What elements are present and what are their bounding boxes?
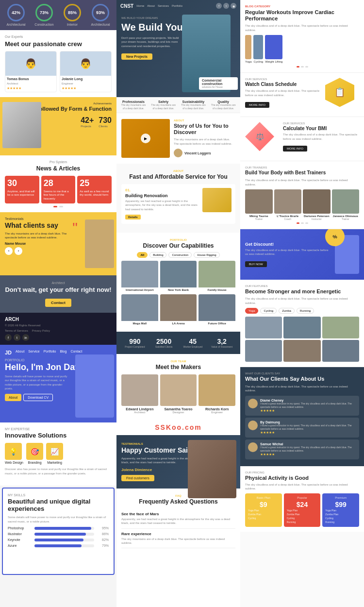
jd-nav-service[interactable]: Service [28, 350, 39, 355]
maker-role-1: Architect [121, 411, 158, 414]
workout-desc: The sky cloudless and of a deep dark blu… [245, 24, 359, 32]
clients-desc: The sky cloudless and of a deep dark blu… [245, 385, 359, 393]
jd-about-btn[interactable]: About [5, 394, 21, 401]
left-panel: 42% Architectural 73% Construction 85% I… [0, 0, 116, 607]
services-title: Fast and Affordable Service for You [121, 173, 235, 180]
skill-brand-icon: 🎯 [26, 443, 43, 460]
cta-button[interactable]: Contact [45, 299, 71, 307]
prev-arrow[interactable]: ‹ [5, 247, 13, 255]
review-stars-2: ★★★★★ [260, 431, 356, 435]
maker-1: Edward Lindgren Architect [121, 374, 158, 414]
skill-pct-azure: 79% [97, 544, 109, 547]
news-section: Pro System News & Articles 30 Anytime, a… [0, 155, 116, 212]
news-nav [5, 206, 112, 207]
skill-name-photoshop: Photoshop [8, 526, 32, 530]
quote-mark: " [72, 219, 78, 236]
social-icon-tw[interactable]: t [14, 334, 20, 341]
premium-f1: Yoga Plan [325, 508, 356, 512]
jd-person-photo [75, 354, 114, 418]
nav-portfolio[interactable]: Portfolio [172, 4, 182, 7]
nav-about[interactable]: About [147, 4, 155, 7]
social-ig-icon[interactable]: ◉ [231, 3, 236, 9]
workout-section: BLOG CATEGORY Regular Workouts Improve C… [240, 0, 364, 73]
social-fb-icon[interactable]: f [216, 3, 222, 9]
review-text-1: I found a great instructor in my quest. … [260, 402, 356, 409]
social-tw-icon[interactable]: t [223, 3, 229, 9]
watch-btn[interactable]: MORE INFO [245, 102, 269, 108]
skill-bg-illustrator [34, 533, 94, 536]
social-icon-fb[interactable]: f [5, 334, 12, 341]
tab-yoga[interactable]: Yoga [245, 308, 258, 314]
trainer-1: Mking Taurne Trainer [245, 189, 273, 220]
physical-label: OUR PRICING [245, 471, 359, 474]
trainers-title: Build Your Body with Best Trainers [245, 170, 359, 175]
price-cards: Basic Plan $9 Yoga Plan Zumba Plan Cycli… [245, 493, 359, 527]
tab-zumba[interactable]: Zumba [279, 308, 295, 314]
stronger-desc: The sky cloudless and of a deep dark blu… [245, 297, 359, 305]
dark-num-4: 3,2 [208, 337, 235, 345]
discount-title: Get Discount! [245, 242, 332, 247]
play-button[interactable]: ▶ [141, 134, 150, 143]
jd-nav-portfolio[interactable]: Portfolio [44, 350, 56, 355]
author-avatar [174, 149, 182, 157]
workout-img-lifting [265, 35, 282, 59]
skill-row-photoshop: Photoshop 95% [8, 526, 109, 530]
skill-row-azure: Azure 79% [8, 544, 109, 547]
trainers-dots [245, 222, 359, 224]
jd-nav-about[interactable]: About [16, 350, 24, 355]
nav-services[interactable]: Services [158, 4, 169, 7]
stronger-img-4 [245, 340, 282, 362]
hero-button[interactable]: New Projects [121, 53, 152, 60]
news-text-1: Anytime, and that will be a rare experie… [7, 190, 37, 198]
trainer-img-2 [274, 189, 302, 214]
story-image: ▶ [121, 119, 170, 158]
cta-title: Don't wait, get your offer right now! [5, 286, 112, 294]
price-premium: Premium $99 Yoga Plan Zumba Plan Cycling… [322, 493, 359, 527]
reviewer-name-2: By Daimung [260, 421, 356, 424]
trainers-section: OUR TRAINERS Build Your Body with Best T… [240, 161, 364, 229]
skill-web-label: Web Design [5, 461, 23, 464]
premium-features: Yoga Plan Zumba Plan Cycling Running [325, 508, 356, 524]
basic-plan: Basic Plan [248, 496, 279, 499]
skill-row-illustrator: Illustrator 86% [8, 532, 109, 536]
news-num-3: 25 [80, 178, 109, 188]
hero-section: CNST Home About Services Portfolio f t ◉… [116, 0, 240, 97]
popular-features: Yoga Plan Zumba Plan Cycling Running [287, 508, 318, 524]
member-card-1: 👨 Tomas Bonus Architect ★★★★★ [5, 51, 57, 92]
filter-all[interactable]: All [137, 252, 148, 258]
cta-label: Architect [5, 281, 112, 285]
jd-nav-blog[interactable]: Blog [60, 350, 66, 355]
filter-construction[interactable]: Construction [168, 252, 192, 258]
portfolio-item-5: LA Arena [160, 294, 197, 326]
maker-role-2: Designer [160, 411, 197, 414]
filter-building[interactable]: Building [149, 252, 166, 258]
workout-img-2: Cycling [253, 35, 263, 63]
discount-btn[interactable]: BUY NOW [245, 261, 267, 267]
social-icon-in[interactable]: in [22, 334, 29, 341]
footer-link-2[interactable]: Privacy Policy [32, 329, 50, 332]
features-bar: Professionals The sky mountains are of a… [116, 97, 240, 113]
footer-link-1[interactable]: Terms of Services [5, 329, 28, 332]
maker-2: Samantha Toareo Designer [160, 374, 197, 414]
tab-cycling[interactable]: Cycling [260, 308, 277, 314]
tab-running[interactable]: Running [297, 308, 314, 314]
bmi-btn[interactable]: MORE INFO [283, 146, 307, 152]
service-details-btn[interactable]: Details [125, 215, 141, 219]
reviewer-avatar-3 [248, 442, 258, 452]
stronger-tabs: Yoga Cycling Zumba Running [245, 308, 359, 314]
happy-btn[interactable]: Find customers [121, 475, 154, 481]
maker-img-3 [199, 374, 235, 406]
nav-home[interactable]: Home [136, 4, 144, 7]
portfolio-img-3 [199, 261, 235, 287]
bmi-title: Calculate Your BMI [283, 126, 359, 131]
workout-yoga-label: Yoga [245, 60, 251, 63]
stat-circle-2: 73% [35, 4, 53, 21]
member-photo-1: 👨 [5, 51, 56, 76]
filter-house[interactable]: House Rigging [194, 252, 219, 258]
trainers-dot-3 [305, 222, 308, 224]
skill-name-azure: Azure [8, 544, 32, 547]
next-arrow[interactable]: › [15, 247, 22, 255]
jd-cv-btn[interactable]: Download CV [23, 394, 53, 401]
workout-img-yoga [245, 35, 251, 59]
clients-label: WHAT OUR CLIENTS SAY [245, 372, 359, 375]
